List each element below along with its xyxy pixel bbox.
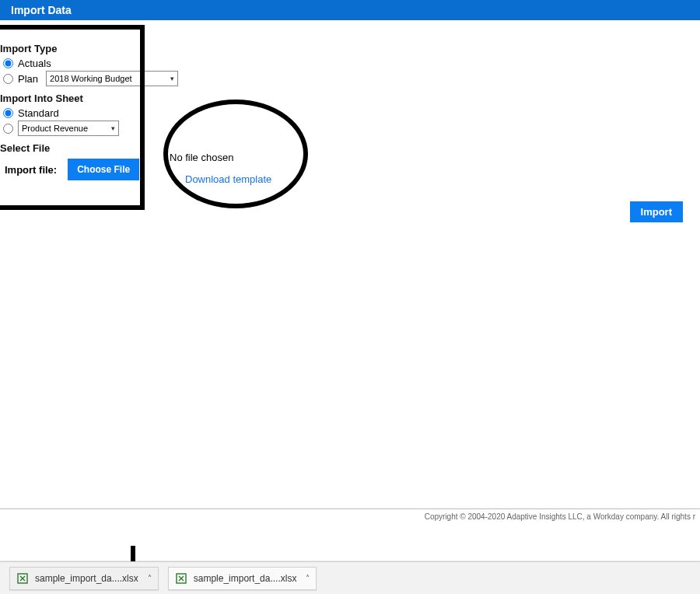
download-item-1[interactable]: sample_import_da....xlsx ˄ [9,567,159,590]
import-type-heading: Import Type [0,43,688,54]
download-item-2-name: sample_import_da....xlsx [194,573,297,584]
chevron-up-icon: ˄ [148,574,152,582]
radio-actuals-label: Actuals [18,58,51,69]
page-header: Import Data [0,0,700,20]
import-into-group: Import Into Sheet Standard Product Reven… [0,93,688,136]
download-item-2[interactable]: sample_import_da....xlsx ˄ [168,567,317,590]
sheet-select[interactable]: Product Revenue ▾ [18,121,119,136]
download-template-link[interactable]: Download template [185,173,271,185]
footer-copyright: Copyright © 2004-2020 Adaptive Insights … [0,508,700,546]
radio-standard[interactable] [3,108,13,118]
choose-file-button[interactable]: Choose File [68,159,139,180]
download-item-1-name: sample_import_da....xlsx [35,573,138,584]
sheet-select-value: Product Revenue [22,124,88,133]
import-into-heading: Import Into Sheet [0,93,688,104]
import-button[interactable]: Import [630,201,683,222]
chevron-down-icon: ▾ [111,124,115,132]
plan-select[interactable]: 2018 Working Budget ▾ [46,71,178,86]
no-file-text: No file chosen [170,152,233,163]
import-type-group: Import Type Actuals Plan 2018 Working Bu… [0,43,688,86]
copyright-text: Copyright © 2004-2020 Adaptive Insights … [425,512,695,521]
radio-standard-label: Standard [18,107,59,119]
excel-file-icon [175,572,187,585]
radio-plan-label: Plan [18,73,38,85]
page-title: Import Data [11,4,72,16]
select-file-group: Select File Import file: Choose File [0,142,688,180]
header-spacer [0,20,700,30]
chevron-up-icon: ˄ [306,574,310,582]
radio-actuals[interactable] [3,58,13,68]
radio-sheet[interactable] [3,124,13,134]
browser-download-bar: sample_import_da....xlsx ˄ sample_import… [0,561,700,594]
chevron-down-icon: ▾ [170,75,174,82]
select-file-heading: Select File [0,142,688,154]
import-form: Import Type Actuals Plan 2018 Working Bu… [0,30,700,180]
plan-select-value: 2018 Working Budget [50,74,132,83]
import-file-label: Import file: [5,164,57,176]
excel-file-icon [16,572,29,585]
radio-plan[interactable] [3,74,13,84]
